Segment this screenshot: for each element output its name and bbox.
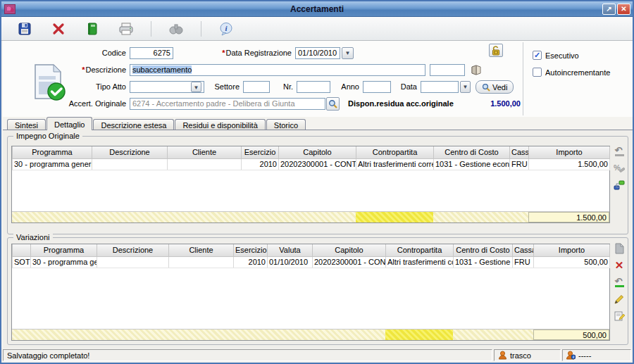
print-button[interactable] xyxy=(117,20,135,38)
edit-variation-button[interactable] xyxy=(613,293,626,306)
checkbox-unchecked-icon xyxy=(533,68,542,77)
variazioni-row[interactable]: SOT 30 - programma generico 2010 01/10/2… xyxy=(13,256,610,268)
unlock-button[interactable] xyxy=(489,44,503,57)
delete-button[interactable] xyxy=(49,20,68,38)
data-registrazione-field[interactable]: 01/10/2010 xyxy=(295,47,340,59)
save-button[interactable] xyxy=(15,20,34,38)
print-icon xyxy=(118,22,134,36)
col-valuta: Valuta xyxy=(268,244,313,256)
save-icon xyxy=(18,22,32,36)
col-contropartita: Contropartita xyxy=(386,244,454,256)
col-programma: Programma xyxy=(13,146,92,158)
descrizione-field[interactable]: subaccertamento xyxy=(130,64,425,76)
col-importo: Importo xyxy=(529,146,610,158)
variazioni-table: Programma Descrizione Cliente Esercizio … xyxy=(12,244,610,268)
binoculars-button[interactable] xyxy=(167,20,185,38)
toolbar: i xyxy=(1,17,633,41)
tabstrip: Sintesi Dettaglio Descrizione estesa Res… xyxy=(3,117,631,130)
col-cliente: Cliente xyxy=(168,146,242,158)
col-centro-di-costo: Centro di Costo xyxy=(454,244,513,256)
variazioni-title: Variazioni xyxy=(13,233,53,241)
impegno-total-row: 1.500,00 xyxy=(12,211,609,222)
book-icon xyxy=(471,65,482,75)
variazioni-total-value: 500,00 xyxy=(533,330,609,340)
header-form: Codice 6275 *Data Registrazione 01/10/20… xyxy=(3,41,633,117)
impegno-header-row: Programma Descrizione Cliente Esercizio … xyxy=(13,146,610,158)
col-esercizio: Esercizio xyxy=(242,146,279,158)
settore-label: Settore xyxy=(193,82,240,91)
user-info-icon: i xyxy=(566,351,576,360)
close-button[interactable]: ✕ xyxy=(617,4,630,15)
maximize-button[interactable]: ↗ xyxy=(602,4,616,15)
variazioni-table-box: Programma Descrizione Cliente Esercizio … xyxy=(11,244,610,341)
window-title: Accertamenti xyxy=(1,4,633,14)
variazioni-header-row: Programma Descrizione Cliente Esercizio … xyxy=(13,244,610,256)
archive-button[interactable] xyxy=(83,20,101,38)
autoincrementante-checkbox[interactable]: Autoincrementante xyxy=(533,68,610,77)
codice-label: Codice xyxy=(31,49,126,57)
col-esercizio: Esercizio xyxy=(234,244,268,256)
col-contropartita: Contropartita xyxy=(356,146,434,158)
col-cliente: Cliente xyxy=(169,244,234,256)
status-user: trasco xyxy=(494,349,561,361)
status-message: Salvataggio completato! xyxy=(3,349,492,361)
magnifier-icon xyxy=(482,83,490,92)
esecutivo-checkbox[interactable]: ✓ Esecutivo xyxy=(533,51,579,60)
autoincrementante-label: Autoincrementante xyxy=(545,68,610,77)
tab-dettaglio[interactable]: Dettaglio xyxy=(46,117,92,130)
codice-field[interactable]: 6275 xyxy=(130,47,173,59)
percent-edit-button[interactable]: % xyxy=(613,162,626,175)
col-descrizione: Descrizione xyxy=(92,146,168,158)
new-variation-button[interactable] xyxy=(613,242,626,255)
tab-sintesi[interactable]: Sintesi xyxy=(7,119,46,130)
toolbar-separator xyxy=(151,21,151,37)
info-icon: i xyxy=(218,22,234,36)
form-divider xyxy=(523,42,523,115)
col-centro-di-costo: Centro di Costo xyxy=(434,146,510,158)
impegno-table: Programma Descrizione Cliente Esercizio … xyxy=(12,146,610,170)
delete-icon xyxy=(51,22,66,36)
descrizione-label: *Descrizione xyxy=(31,65,126,74)
toolbar-separator xyxy=(201,21,201,37)
variazioni-total-highlight xyxy=(385,330,453,340)
edit-document-icon xyxy=(614,310,625,322)
dispon-label: Dispon.residua acc.originale xyxy=(348,99,454,108)
descrizione-extra-field[interactable] xyxy=(430,64,465,76)
accert-originale-field[interactable]: 6274 - Accertamento padre - Delibera di … xyxy=(130,98,325,110)
dispon-value: 1.500,00 xyxy=(454,99,521,108)
accertamenti-window: Accertamenti ↗ ✕ xyxy=(0,0,634,364)
info-button[interactable]: i xyxy=(217,20,235,38)
impegno-originale-title: Impegno Originale xyxy=(13,132,82,140)
tab-storico[interactable]: Storico xyxy=(266,119,306,130)
data-registrazione-label: *Data Registrazione xyxy=(179,49,292,57)
data-dropdown[interactable]: ▼ xyxy=(460,81,471,93)
impegno-row[interactable]: 30 - programma generico 2010 20202300001… xyxy=(13,158,610,170)
statusbar: Salvataggio completato! trasco i ----- xyxy=(1,348,633,363)
vedi-button[interactable]: Vedi xyxy=(476,80,514,94)
undo-variation-button[interactable]: ↶ xyxy=(613,276,626,289)
tab-residui[interactable]: Residui e disponibilità xyxy=(175,119,265,130)
esecutivo-label: Esecutivo xyxy=(545,51,579,60)
col-importo: Importo xyxy=(534,244,610,256)
col-capitolo: Capitolo xyxy=(313,244,386,256)
anno-label: Anno xyxy=(313,82,359,91)
data-registrazione-dropdown[interactable]: ▼ xyxy=(342,47,354,59)
undo-button[interactable]: ↶ xyxy=(613,145,626,158)
data-field[interactable] xyxy=(421,81,459,93)
vedi-label: Vedi xyxy=(492,83,507,92)
variazioni-group: Variazioni Programma Descrizione Cliente… xyxy=(7,237,628,345)
percent-pencil-icon: % xyxy=(614,163,625,174)
col-cassa: Cassa xyxy=(510,146,529,158)
user-icon xyxy=(498,351,507,360)
col-descrizione: Descrizione xyxy=(97,244,169,256)
dictionary-button[interactable] xyxy=(468,61,485,78)
undo-icon: ↶ xyxy=(615,147,624,156)
edit-document-button[interactable] xyxy=(613,310,626,322)
impegno-total-highlight xyxy=(356,212,433,222)
delete-variation-button[interactable]: ✕ xyxy=(613,259,626,272)
search-accert-button[interactable] xyxy=(326,97,340,111)
link-subaccertamento-button[interactable] xyxy=(613,179,626,192)
impegno-table-box: Programma Descrizione Cliente Esercizio … xyxy=(11,146,610,223)
tab-descrizione-estesa[interactable]: Descrizione estesa xyxy=(93,119,174,130)
col-cassa: Cassa xyxy=(513,244,534,256)
